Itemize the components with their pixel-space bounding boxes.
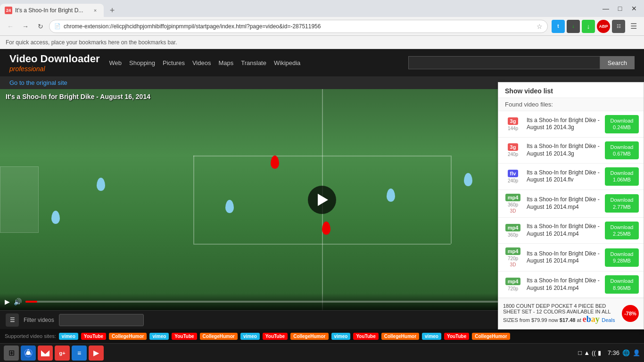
play-button[interactable]	[308, 186, 336, 214]
taskbar-app-grid[interactable]: ⊞	[4, 346, 19, 361]
video-name-5: Its a Shoo-In for Bright Dike - August 1…	[527, 250, 601, 265]
taskbar-app-youtube[interactable]: ▶	[89, 346, 104, 361]
maximize-button[interactable]: □	[614, 2, 626, 15]
reload-button[interactable]: ↻	[34, 20, 47, 33]
nav-shopping[interactable]: Shopping	[129, 59, 155, 66]
search-button[interactable]: Search	[600, 56, 635, 69]
twitter-extension-icon[interactable]: t	[552, 20, 565, 33]
progress-fill	[25, 301, 37, 303]
taskbar-app-docs[interactable]: ≡	[72, 346, 87, 361]
site-collegehumor-4: CollegeHumor	[381, 333, 419, 340]
tab-favicon: 24	[5, 7, 12, 14]
video-name-0: Its a Shoo-In for Bright Dike - August 1…	[527, 117, 601, 132]
site-youtube-2: YouTube	[172, 333, 197, 340]
download-arrow-icon[interactable]: ↓	[582, 20, 595, 33]
video-name-1: Its a Shoo-In for Bright Dike - August 1…	[527, 143, 601, 157]
sites-label: Supported video sites:	[5, 333, 56, 339]
clock: 7:36	[608, 349, 619, 356]
nav-wikipedia[interactable]: Wikipedia	[274, 59, 300, 66]
format-res-2: 240p	[508, 178, 518, 183]
format-type-1: 3g	[508, 143, 519, 151]
video-item-3: mp4 360p 3D Its a Shoo-In for Bright Dik…	[498, 190, 644, 218]
download-button-0[interactable]: Download0.24MB	[605, 115, 639, 133]
nav-translate[interactable]: Translate	[241, 59, 266, 66]
filter-label: Filter videos	[24, 317, 54, 323]
site-youtube-3: YouTube	[263, 333, 288, 340]
site-youtube-4: YouTube	[353, 333, 378, 340]
browser-tab[interactable]: 24 It's a Shoo-In for Bright D... ×	[0, 4, 104, 17]
downloader-extension-icon[interactable]: ↓	[567, 20, 580, 33]
title-bar: 24 It's a Shoo-In for Bright D... × + — …	[0, 0, 644, 17]
download-button-4[interactable]: Download2.25MB	[605, 222, 639, 240]
tab-title: It's a Shoo-In for Bright D...	[15, 7, 90, 14]
filter-input[interactable]	[59, 314, 144, 326]
window-controls: — □ ✕	[596, 0, 644, 17]
taskbar-apps: ⊞ g+ ≡ ▶	[4, 346, 104, 361]
filter-icon-button[interactable]: ☰	[6, 313, 19, 327]
format-badge-6: mp4 720p	[503, 278, 523, 291]
play-triangle-icon	[318, 194, 328, 206]
locale-icon: 🌐	[622, 349, 630, 356]
search-input[interactable]	[408, 56, 600, 69]
bookmark-star[interactable]: ☆	[537, 23, 543, 30]
back-button[interactable]: ←	[4, 20, 17, 33]
new-tab-button[interactable]: +	[106, 4, 119, 17]
video-name-4: Its a Shoo-In for Bright Dike - August 1…	[527, 223, 601, 238]
vd-header: Video Downloader professional Web Shoppi…	[0, 49, 644, 76]
site-youtube-5: YouTube	[444, 333, 469, 340]
video-title-overlay: It's a Shoo-In for Bright Dike - August …	[6, 93, 150, 100]
taskbar-time-area: □ ▲ (( ▮ 7:36 🌐 👤	[578, 349, 640, 356]
ebay-logo: ebay	[583, 314, 602, 324]
deals-link[interactable]: Deals	[602, 317, 615, 323]
nav-web[interactable]: Web	[109, 59, 122, 66]
minimize-button[interactable]: —	[600, 2, 612, 15]
download-button-5[interactable]: Download9.28MB	[605, 248, 639, 267]
site-collegehumor-5: CollegeHumor	[472, 333, 510, 340]
forward-button[interactable]: →	[19, 20, 32, 33]
play-control-button[interactable]: ▶	[5, 298, 10, 305]
taskbar-app-gplus[interactable]: g+	[55, 346, 70, 361]
site-collegehumor-3: CollegeHumor	[290, 333, 328, 340]
ad-text: 1800 COUNT DEEP POCKET 4 PIECE BED SHEET…	[503, 303, 618, 324]
video-item-1: 3g 240p Its a Shoo-In for Bright Dike - …	[498, 138, 644, 164]
format-badge-0: 3g 144p	[503, 117, 523, 131]
format-badge-4: mp4 360p	[503, 224, 523, 238]
taskbar-app-gmail[interactable]	[38, 346, 53, 361]
close-button[interactable]: ✕	[628, 2, 640, 15]
video-name-3: Its a Shoo-In for Bright Dike - August 1…	[527, 196, 601, 211]
site-youtube-1: YouTube	[81, 333, 106, 340]
volume-button[interactable]: 🔊	[14, 298, 22, 305]
nav-bar: ← → ↻ 📄 chrome-extension://elicpjhcidhpj…	[0, 17, 644, 36]
chrome-menu-button[interactable]: ☰	[627, 20, 640, 33]
download-button-6[interactable]: Download8.96MB	[605, 275, 639, 294]
nav-videos[interactable]: Videos	[192, 59, 211, 66]
battery-icon: ▮	[598, 349, 601, 356]
download-button-1[interactable]: Download0.67MB	[605, 141, 639, 160]
tab-close-button[interactable]: ×	[91, 7, 99, 14]
video-name-2: Its a Shoo-In for Bright Dike - August 1…	[527, 169, 601, 184]
grid-extension-icon[interactable]: ☷	[612, 20, 625, 33]
download-button-3[interactable]: Download2.77MB	[605, 194, 639, 213]
address-bar[interactable]: 📄 chrome-extension://elicpjhcidhpjomhibi…	[49, 20, 548, 33]
format-3d-5: 3D	[510, 262, 516, 267]
format-3d-3: 3D	[510, 208, 516, 214]
popup-header: Show video list	[498, 82, 644, 98]
download-button-2[interactable]: Download1.06MB	[605, 167, 639, 186]
vd-nav: Web Shopping Pictures Videos Maps Transl…	[109, 59, 301, 66]
nav-maps[interactable]: Maps	[218, 59, 233, 66]
format-res-6: 720p	[508, 286, 518, 291]
address-icon: 📄	[54, 23, 61, 29]
popup-ad-inner: 1800 COUNT DEEP POCKET 4 PIECE BED SHEET…	[503, 303, 639, 324]
sites-bar: Supported video sites: vimeo YouTube Col…	[0, 329, 644, 343]
video-item-2: flv 240p Its a Shoo-In for Bright Dike -…	[498, 164, 644, 190]
discount-badge: -78%	[622, 305, 639, 322]
adblock-extension-icon[interactable]: ABP	[597, 20, 610, 33]
user-icon: 👤	[633, 349, 640, 356]
video-list-popup: Show video list Found video files: 3g 14…	[498, 82, 644, 329]
nav-pictures[interactable]: Pictures	[163, 59, 185, 66]
format-type-3: mp4	[505, 194, 521, 201]
taskbar-app-chrome[interactable]	[21, 346, 36, 361]
popup-ad: 1800 COUNT DEEP POCKET 4 PIECE BED SHEET…	[498, 298, 644, 329]
site-vimeo-1: vimeo	[59, 333, 78, 340]
video-item-0: 3g 144p Its a Shoo-In for Bright Dike - …	[498, 111, 644, 138]
